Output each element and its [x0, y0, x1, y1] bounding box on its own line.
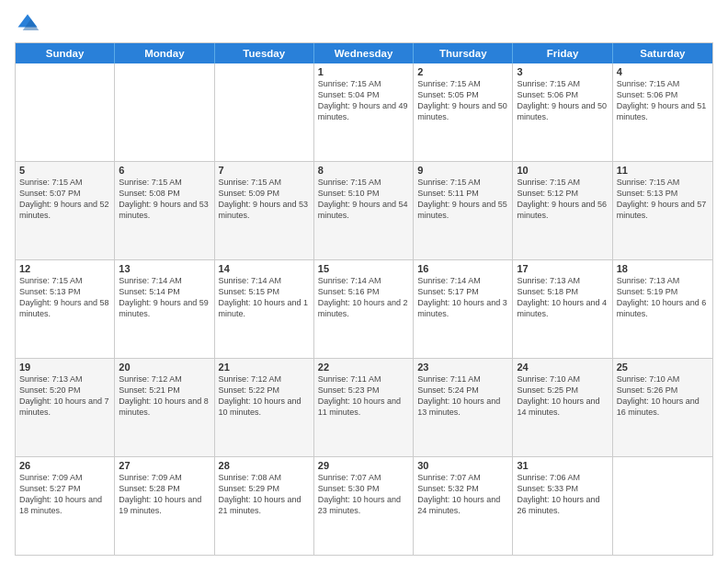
- day-number: 14: [219, 263, 310, 274]
- day-cell-25: 25Sunrise: 7:10 AM Sunset: 5:26 PM Dayli…: [613, 359, 712, 456]
- day-number: 3: [517, 66, 608, 77]
- day-cell-2: 2Sunrise: 7:15 AM Sunset: 5:05 PM Daylig…: [414, 63, 513, 161]
- day-cell-23: 23Sunrise: 7:11 AM Sunset: 5:24 PM Dayli…: [414, 359, 513, 456]
- day-info: Sunrise: 7:07 AM Sunset: 5:30 PM Dayligh…: [318, 472, 409, 517]
- day-cell-28: 28Sunrise: 7:08 AM Sunset: 5:29 PM Dayli…: [215, 457, 314, 555]
- day-info: Sunrise: 7:14 AM Sunset: 5:17 PM Dayligh…: [417, 275, 508, 320]
- day-info: Sunrise: 7:11 AM Sunset: 5:24 PM Dayligh…: [417, 373, 508, 419]
- day-cell-1: 1Sunrise: 7:15 AM Sunset: 5:04 PM Daylig…: [314, 63, 414, 161]
- day-cell-16: 16Sunrise: 7:14 AM Sunset: 5:17 PM Dayli…: [414, 260, 513, 358]
- day-cell-14: 14Sunrise: 7:14 AM Sunset: 5:15 PM Dayli…: [215, 260, 314, 358]
- day-cell-21: 21Sunrise: 7:12 AM Sunset: 5:22 PM Dayli…: [215, 359, 314, 456]
- day-cell-22: 22Sunrise: 7:11 AM Sunset: 5:23 PM Dayli…: [314, 359, 414, 456]
- day-header-wednesday: Wednesday: [314, 43, 414, 63]
- day-number: 15: [318, 263, 409, 274]
- day-info: Sunrise: 7:15 AM Sunset: 5:12 PM Dayligh…: [517, 177, 608, 222]
- week-row-3: 12Sunrise: 7:15 AM Sunset: 5:13 PM Dayli…: [16, 259, 712, 358]
- day-number: 17: [517, 263, 608, 274]
- day-cell-empty: [115, 63, 214, 161]
- day-cell-5: 5Sunrise: 7:15 AM Sunset: 5:07 PM Daylig…: [16, 162, 115, 259]
- day-info: Sunrise: 7:15 AM Sunset: 5:10 PM Dayligh…: [318, 177, 409, 222]
- day-cell-3: 3Sunrise: 7:15 AM Sunset: 5:06 PM Daylig…: [513, 63, 612, 161]
- week-row-4: 19Sunrise: 7:13 AM Sunset: 5:20 PM Dayli…: [16, 358, 712, 456]
- day-info: Sunrise: 7:15 AM Sunset: 5:08 PM Dayligh…: [119, 177, 210, 222]
- day-info: Sunrise: 7:07 AM Sunset: 5:32 PM Dayligh…: [417, 472, 508, 517]
- day-cell-12: 12Sunrise: 7:15 AM Sunset: 5:13 PM Dayli…: [16, 260, 115, 358]
- day-info: Sunrise: 7:09 AM Sunset: 5:28 PM Dayligh…: [119, 472, 210, 517]
- day-info: Sunrise: 7:15 AM Sunset: 5:06 PM Dayligh…: [617, 78, 709, 123]
- day-number: 29: [318, 460, 409, 471]
- day-number: 28: [219, 460, 310, 471]
- day-info: Sunrise: 7:13 AM Sunset: 5:19 PM Dayligh…: [617, 275, 709, 320]
- day-info: Sunrise: 7:15 AM Sunset: 5:09 PM Dayligh…: [219, 177, 310, 222]
- week-row-1: 1Sunrise: 7:15 AM Sunset: 5:04 PM Daylig…: [16, 63, 712, 161]
- day-info: Sunrise: 7:15 AM Sunset: 5:07 PM Dayligh…: [19, 177, 110, 222]
- day-cell-empty: [215, 63, 314, 161]
- logo-icon: [15, 11, 40, 37]
- day-info: Sunrise: 7:09 AM Sunset: 5:27 PM Dayligh…: [19, 472, 110, 517]
- day-number: 26: [19, 460, 110, 471]
- day-info: Sunrise: 7:11 AM Sunset: 5:23 PM Dayligh…: [318, 373, 409, 419]
- day-cell-7: 7Sunrise: 7:15 AM Sunset: 5:09 PM Daylig…: [215, 162, 314, 259]
- logo: [15, 11, 44, 37]
- day-number: 21: [219, 362, 310, 373]
- day-number: 16: [417, 263, 508, 274]
- day-cell-empty: [16, 63, 115, 161]
- calendar: SundayMondayTuesdayWednesdayThursdayFrid…: [15, 42, 713, 556]
- day-cell-31: 31Sunrise: 7:06 AM Sunset: 5:33 PM Dayli…: [513, 457, 612, 555]
- day-number: 10: [517, 165, 608, 176]
- day-info: Sunrise: 7:15 AM Sunset: 5:04 PM Dayligh…: [318, 78, 409, 123]
- day-header-saturday: Saturday: [613, 43, 712, 63]
- day-info: Sunrise: 7:06 AM Sunset: 5:33 PM Dayligh…: [517, 472, 608, 517]
- day-cell-27: 27Sunrise: 7:09 AM Sunset: 5:28 PM Dayli…: [115, 457, 214, 555]
- day-cell-13: 13Sunrise: 7:14 AM Sunset: 5:14 PM Dayli…: [115, 260, 214, 358]
- day-header-tuesday: Tuesday: [215, 43, 314, 63]
- day-cell-29: 29Sunrise: 7:07 AM Sunset: 5:30 PM Dayli…: [314, 457, 414, 555]
- day-number: 8: [318, 165, 409, 176]
- day-headers: SundayMondayTuesdayWednesdayThursdayFrid…: [16, 43, 712, 63]
- day-cell-4: 4Sunrise: 7:15 AM Sunset: 5:06 PM Daylig…: [613, 63, 712, 161]
- day-info: Sunrise: 7:13 AM Sunset: 5:20 PM Dayligh…: [19, 373, 110, 419]
- day-info: Sunrise: 7:15 AM Sunset: 5:05 PM Dayligh…: [417, 78, 508, 123]
- day-cell-30: 30Sunrise: 7:07 AM Sunset: 5:32 PM Dayli…: [414, 457, 513, 555]
- day-number: 30: [417, 460, 508, 471]
- day-number: 12: [19, 263, 110, 274]
- day-number: 19: [19, 362, 110, 373]
- day-info: Sunrise: 7:15 AM Sunset: 5:11 PM Dayligh…: [417, 177, 508, 222]
- day-number: 23: [417, 362, 508, 373]
- day-cell-26: 26Sunrise: 7:09 AM Sunset: 5:27 PM Dayli…: [16, 457, 115, 555]
- header: [15, 11, 713, 37]
- day-info: Sunrise: 7:15 AM Sunset: 5:13 PM Dayligh…: [617, 177, 709, 222]
- day-cell-20: 20Sunrise: 7:12 AM Sunset: 5:21 PM Dayli…: [115, 359, 214, 456]
- day-cell-19: 19Sunrise: 7:13 AM Sunset: 5:20 PM Dayli…: [16, 359, 115, 456]
- page: SundayMondayTuesdayWednesdayThursdayFrid…: [0, 0, 728, 563]
- day-number: 2: [417, 66, 508, 77]
- day-cell-17: 17Sunrise: 7:13 AM Sunset: 5:18 PM Dayli…: [513, 260, 612, 358]
- day-info: Sunrise: 7:08 AM Sunset: 5:29 PM Dayligh…: [219, 472, 310, 517]
- day-number: 20: [119, 362, 210, 373]
- weeks: 1Sunrise: 7:15 AM Sunset: 5:04 PM Daylig…: [16, 63, 712, 555]
- day-info: Sunrise: 7:15 AM Sunset: 5:06 PM Dayligh…: [517, 78, 608, 123]
- day-info: Sunrise: 7:10 AM Sunset: 5:25 PM Dayligh…: [517, 373, 608, 419]
- day-cell-11: 11Sunrise: 7:15 AM Sunset: 5:13 PM Dayli…: [613, 162, 712, 259]
- day-cell-empty: [613, 457, 712, 555]
- day-cell-10: 10Sunrise: 7:15 AM Sunset: 5:12 PM Dayli…: [513, 162, 612, 259]
- day-cell-8: 8Sunrise: 7:15 AM Sunset: 5:10 PM Daylig…: [314, 162, 414, 259]
- day-info: Sunrise: 7:10 AM Sunset: 5:26 PM Dayligh…: [617, 373, 709, 419]
- day-info: Sunrise: 7:14 AM Sunset: 5:16 PM Dayligh…: [318, 275, 409, 320]
- day-number: 7: [219, 165, 310, 176]
- day-number: 4: [617, 66, 709, 77]
- day-cell-24: 24Sunrise: 7:10 AM Sunset: 5:25 PM Dayli…: [513, 359, 612, 456]
- day-cell-6: 6Sunrise: 7:15 AM Sunset: 5:08 PM Daylig…: [115, 162, 214, 259]
- day-info: Sunrise: 7:15 AM Sunset: 5:13 PM Dayligh…: [19, 275, 110, 320]
- day-number: 5: [19, 165, 110, 176]
- day-number: 24: [517, 362, 608, 373]
- day-number: 18: [617, 263, 709, 274]
- day-number: 22: [318, 362, 409, 373]
- day-info: Sunrise: 7:12 AM Sunset: 5:22 PM Dayligh…: [219, 373, 310, 419]
- day-number: 6: [119, 165, 210, 176]
- day-cell-18: 18Sunrise: 7:13 AM Sunset: 5:19 PM Dayli…: [613, 260, 712, 358]
- day-number: 11: [617, 165, 709, 176]
- day-info: Sunrise: 7:14 AM Sunset: 5:14 PM Dayligh…: [119, 275, 210, 320]
- day-cell-9: 9Sunrise: 7:15 AM Sunset: 5:11 PM Daylig…: [414, 162, 513, 259]
